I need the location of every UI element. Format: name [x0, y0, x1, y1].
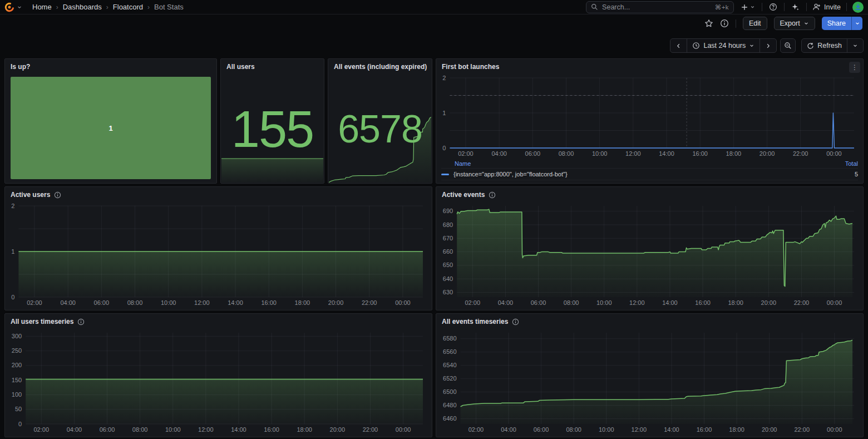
time-shift-forward-button[interactable] [760, 39, 776, 52]
dashboard-toolbar: Edit Export Share [0, 14, 868, 32]
refresh-interval-button[interactable] [847, 39, 863, 52]
panel-active-events: Active events 02:0004:0006:0008:0010:001… [436, 186, 864, 310]
angle-right-icon [765, 43, 771, 49]
invite-button[interactable]: Invite [812, 3, 841, 11]
search-icon [591, 3, 598, 11]
angle-left-icon [675, 43, 682, 49]
panel-title[interactable]: First bot launches [442, 63, 499, 71]
panel-title[interactable]: Active events [442, 191, 485, 199]
svg-text:22:00: 22:00 [794, 299, 810, 306]
panel-all-events-timeseries: All events timeseries 02:0004:0006:0008:… [436, 313, 864, 437]
zoom-out-icon [784, 42, 792, 50]
plus-icon [741, 3, 748, 11]
time-shift-back-button[interactable] [670, 39, 687, 52]
svg-text:6540: 6540 [443, 362, 456, 368]
svg-text:10:00: 10:00 [161, 299, 176, 306]
panel-menu-kebab-icon[interactable]: ⋮ [849, 62, 860, 73]
svg-text:6480: 6480 [443, 402, 456, 408]
all-events-timeseries-chart[interactable]: 02:0004:0006:0008:0010:0012:0014:0016:00… [438, 329, 861, 435]
search-input[interactable]: Search... ⌘+k [586, 1, 734, 13]
panel-info-icon[interactable] [77, 318, 85, 325]
svg-text:12:00: 12:00 [629, 299, 645, 306]
svg-text:250: 250 [12, 347, 22, 354]
svg-text:00:00: 00:00 [826, 150, 842, 157]
legend-total-header[interactable]: Total [845, 160, 858, 167]
star-icon [704, 19, 713, 28]
panel-info-icon[interactable] [512, 318, 519, 325]
svg-text:02:00: 02:00 [465, 299, 481, 306]
panel-title[interactable]: All users [226, 63, 255, 71]
legend-table: Name Total {instance="app:8000", job="fl… [441, 159, 858, 181]
panel-title[interactable]: All events timeseries [442, 318, 508, 325]
panel-info-icon[interactable] [54, 191, 61, 199]
svg-text:02:00: 02:00 [458, 150, 474, 157]
share-caret-button[interactable] [851, 17, 862, 30]
ai-assistant-button[interactable] [790, 2, 801, 12]
breadcrumb-dashboards[interactable]: Dashboards [63, 3, 102, 11]
person-plus-icon [812, 3, 821, 11]
svg-text:06:00: 06:00 [100, 426, 115, 433]
active-events-chart[interactable]: 02:0004:0006:0008:0010:0012:0014:0016:00… [438, 203, 861, 308]
panel-all-users-timeseries: All users timeseries 02:0004:0006:0008:0… [4, 313, 432, 437]
svg-text:08:00: 08:00 [559, 150, 574, 157]
panel-title[interactable]: Active users [11, 191, 50, 199]
svg-text:660: 660 [443, 248, 453, 255]
user-avatar[interactable] [852, 2, 864, 13]
panel-info-icon[interactable] [489, 191, 496, 199]
active-users-chart[interactable]: 02:0004:0006:0008:0010:0012:0014:0016:00… [7, 203, 430, 308]
chevron-down-icon [750, 4, 755, 9]
breadcrumb-home[interactable]: Home [32, 3, 52, 11]
panel-active-users: Active users 02:0004:0006:0008:0010:0012… [4, 186, 432, 310]
avatar-arrow-icon [854, 3, 862, 11]
svg-text:16:00: 16:00 [261, 299, 277, 306]
svg-text:6500: 6500 [443, 388, 456, 395]
legend-row: {instance="app:8000", job="floatcord-bot… [441, 169, 858, 180]
panel-title[interactable]: All events (including expired) [334, 63, 427, 71]
time-range-picker[interactable]: Last 24 hours [687, 39, 760, 52]
series-label[interactable]: {instance="app:8000", job="floatcord-bot… [453, 171, 568, 177]
grafana-logo-icon[interactable] [4, 2, 14, 12]
svg-text:10:00: 10:00 [592, 150, 608, 157]
svg-text:02:00: 02:00 [468, 426, 484, 433]
all-users-timeseries-chart[interactable]: 02:0004:0006:0008:0010:0012:0014:0016:00… [7, 329, 430, 435]
breadcrumb-current-page: Bot Stats [154, 3, 184, 11]
svg-text:04:00: 04:00 [60, 299, 76, 306]
svg-text:200: 200 [12, 362, 22, 368]
logo-chevron-down-icon[interactable] [17, 4, 22, 10]
invite-label: Invite [824, 3, 841, 11]
svg-text:02:00: 02:00 [34, 426, 50, 433]
panel-all-users: All users 155 [220, 58, 324, 184]
help-button[interactable] [768, 2, 778, 12]
star-button[interactable] [704, 19, 713, 28]
svg-text:18:00: 18:00 [728, 299, 743, 306]
svg-text:14:00: 14:00 [659, 150, 674, 157]
svg-text:00:00: 00:00 [396, 426, 411, 433]
refresh-icon [807, 42, 814, 50]
refresh-button[interactable]: Refresh [802, 39, 847, 52]
svg-text:20:00: 20:00 [761, 299, 777, 306]
first-bot-launches-chart[interactable]: 02:0004:0006:0008:0010:0012:0014:0016:00… [438, 75, 861, 159]
panel-is-up: Is up? 1 [4, 58, 217, 184]
export-button[interactable]: Export [774, 17, 815, 30]
svg-text:20:00: 20:00 [762, 426, 777, 433]
panel-title[interactable]: Is up? [11, 63, 30, 71]
zoom-out-button[interactable] [780, 38, 796, 53]
svg-text:00:00: 00:00 [827, 299, 842, 306]
svg-text:6580: 6580 [443, 335, 456, 342]
share-button[interactable]: Share [822, 17, 851, 30]
svg-text:20:00: 20:00 [760, 150, 775, 157]
dashboard-info-button[interactable] [720, 19, 729, 28]
panel-title[interactable]: All users timeseries [11, 318, 73, 325]
legend-name-header[interactable]: Name [455, 160, 471, 167]
add-new-button[interactable] [739, 2, 756, 12]
edit-button[interactable]: Edit [743, 17, 767, 30]
svg-text:02:00: 02:00 [27, 299, 42, 306]
svg-text:14:00: 14:00 [664, 426, 679, 433]
breadcrumb-folder[interactable]: Floatcord [113, 3, 143, 11]
all-users-sparkline [221, 157, 323, 182]
svg-text:22:00: 22:00 [795, 426, 810, 433]
svg-text:12:00: 12:00 [194, 299, 210, 306]
svg-text:18:00: 18:00 [726, 150, 742, 157]
clock-icon [692, 42, 700, 50]
svg-text:12:00: 12:00 [198, 426, 214, 433]
